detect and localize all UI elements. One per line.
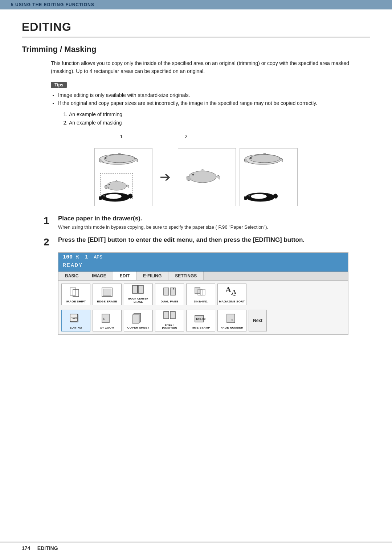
btn-book-center[interactable]: BOOK CENTER ERASE bbox=[124, 284, 153, 305]
btn-page-number[interactable]: 2 PAGE NUMBER bbox=[217, 310, 246, 331]
svg-rect-40 bbox=[164, 311, 169, 319]
svg-rect-44 bbox=[227, 314, 235, 323]
tab-edit[interactable]: EDIT bbox=[113, 272, 136, 280]
tab-settings[interactable]: SETTINGS bbox=[168, 272, 204, 280]
svg-point-12 bbox=[250, 157, 252, 159]
chapter-header: 5 USING THE EDITING FUNCTIONS bbox=[0, 0, 392, 9]
ui-tabs[interactable]: BASIC IMAGE EDIT E-FILING SETTINGS bbox=[58, 272, 348, 281]
diagram-box-trim-result bbox=[178, 148, 236, 206]
time-stamp-icon: 12% 00 bbox=[194, 313, 207, 325]
btn-editing-label: EDITING bbox=[70, 326, 82, 330]
diagram-area: ➔ bbox=[44, 148, 348, 206]
btn-image-shift-label: IMAGE SHIFT bbox=[66, 300, 86, 304]
svg-text:2: 2 bbox=[231, 319, 233, 322]
svg-text:A: A bbox=[225, 286, 231, 294]
tips-bullets: Image editing is only available with sta… bbox=[51, 91, 370, 107]
btn-xy-zoom-label: XY ZOOM bbox=[100, 326, 114, 330]
svg-point-11 bbox=[249, 155, 280, 163]
btn-next[interactable]: Next bbox=[249, 310, 267, 331]
svg-point-1 bbox=[104, 155, 135, 163]
svg-text:12% 00: 12% 00 bbox=[196, 317, 206, 321]
btn-cover-sheet-label: COVER SHEET bbox=[127, 326, 150, 330]
btn-magazine-sort[interactable]: A A MAGAZINE SORT bbox=[217, 284, 246, 305]
tab-basic[interactable]: BASIC bbox=[58, 272, 85, 280]
tips-numbered: An example of trimming An example of mas… bbox=[62, 110, 370, 128]
svg-point-7 bbox=[103, 195, 105, 197]
svg-rect-26 bbox=[195, 287, 200, 294]
svg-point-15 bbox=[249, 195, 250, 197]
tab-efiling[interactable]: E-FILING bbox=[136, 272, 168, 280]
chapter-title: EDITING bbox=[22, 20, 370, 37]
step-1-content: Place paper in the drawer(s). When using… bbox=[58, 215, 370, 231]
footer-label: EDITING bbox=[37, 545, 58, 551]
btn-book-center-label: BOOK CENTER ERASE bbox=[128, 297, 148, 304]
section-title: Trimming / Masking bbox=[22, 45, 370, 54]
btn-2in1[interactable]: 2IN1/4IN1 bbox=[186, 284, 215, 305]
step-2: 2 Press the [EDIT] button to enter the e… bbox=[44, 236, 370, 247]
btn-time-stamp-label: TIME STAMP bbox=[191, 326, 210, 330]
ui-panel-header: 100 % 1 APS bbox=[58, 253, 348, 262]
dual-page-icon: 3 bbox=[163, 286, 176, 299]
orca-result-icon bbox=[242, 189, 282, 204]
btn-magazine-sort-label: MAGAZINE SORT bbox=[219, 300, 245, 304]
image-shift-icon bbox=[69, 286, 82, 299]
btn-xy-zoom[interactable]: 4 XY ZOOM bbox=[93, 310, 122, 331]
2in1-icon bbox=[194, 286, 207, 299]
sheet-insertion-icon bbox=[163, 310, 176, 323]
ui-buttons-row2: 14% EDITING 4 XY ZOOM bbox=[58, 307, 348, 334]
svg-rect-23 bbox=[164, 288, 169, 295]
intro-text: This function allows you to copy only th… bbox=[51, 59, 370, 76]
step-1-heading: Place paper in the drawer(s). bbox=[58, 215, 370, 222]
num-item-1: An example of trimming bbox=[69, 110, 370, 119]
btn-page-number-label: PAGE NUMBER bbox=[221, 326, 244, 330]
svg-rect-28 bbox=[201, 289, 205, 295]
btn-edge-erase[interactable]: EDGE ERASE bbox=[93, 284, 122, 305]
arrow-icon: ➔ bbox=[160, 170, 171, 185]
svg-point-8 bbox=[189, 171, 216, 183]
btn-dual-page[interactable]: 3 DUAL PAGE bbox=[155, 284, 184, 305]
svg-rect-41 bbox=[170, 311, 175, 319]
tab-image[interactable]: IMAGE bbox=[85, 272, 113, 280]
diagram-box-mask-result bbox=[240, 148, 298, 206]
step-2-number: 2 bbox=[44, 236, 58, 247]
copies-count: 1 bbox=[85, 254, 88, 260]
btn-2in1-label: 2IN1/4IN1 bbox=[194, 300, 208, 304]
btn-time-stamp[interactable]: 12% 00 TIME STAMP bbox=[186, 310, 215, 331]
xy-zoom-icon: 4 bbox=[101, 313, 114, 325]
btn-editing[interactable]: 14% EDITING bbox=[61, 310, 90, 331]
ready-text: READY bbox=[63, 262, 83, 269]
step-1-number: 1 bbox=[44, 215, 58, 226]
book-center-icon bbox=[132, 284, 145, 297]
ui-buttons-row1: IMAGE SHIFT EDGE ERASE bbox=[58, 281, 348, 307]
svg-point-6 bbox=[106, 194, 122, 199]
btn-image-shift[interactable]: IMAGE SHIFT bbox=[61, 284, 90, 305]
svg-rect-21 bbox=[138, 285, 143, 293]
btn-sheet-insertion-label: SHEET INSERTION bbox=[162, 323, 177, 330]
svg-text:4: 4 bbox=[103, 317, 105, 321]
btn-sheet-insertion[interactable]: SHEET INSERTION bbox=[155, 310, 184, 331]
next-label: Next bbox=[253, 318, 262, 323]
aps-label: APS bbox=[94, 254, 102, 260]
diagram-labels: 1 2 bbox=[120, 133, 370, 139]
dolphin-result-icon bbox=[184, 167, 224, 188]
svg-rect-19 bbox=[103, 289, 111, 296]
svg-rect-20 bbox=[132, 285, 138, 293]
svg-rect-39 bbox=[132, 315, 139, 323]
edge-erase-icon bbox=[101, 286, 114, 299]
tip-item-2: If the original and copy paper sizes are… bbox=[58, 99, 370, 107]
step-1: 1 Place paper in the drawer(s). When usi… bbox=[44, 215, 370, 231]
page-number-icon: 2 bbox=[225, 313, 238, 325]
whale-icon bbox=[98, 151, 145, 168]
magazine-sort-icon: A A bbox=[225, 286, 239, 299]
ready-status: READY bbox=[58, 262, 348, 272]
svg-point-2 bbox=[105, 157, 107, 159]
footer: 174 EDITING bbox=[0, 542, 392, 554]
btn-dual-page-label: DUAL PAGE bbox=[160, 300, 178, 304]
editing-icon: 14% bbox=[69, 313, 82, 325]
whale-result-icon bbox=[243, 151, 290, 168]
svg-text:14%: 14% bbox=[71, 316, 78, 320]
btn-cover-sheet[interactable]: COVER SHEET bbox=[124, 310, 153, 331]
cover-sheet-icon bbox=[132, 313, 145, 325]
svg-point-4 bbox=[109, 184, 110, 185]
svg-point-9 bbox=[192, 174, 194, 176]
